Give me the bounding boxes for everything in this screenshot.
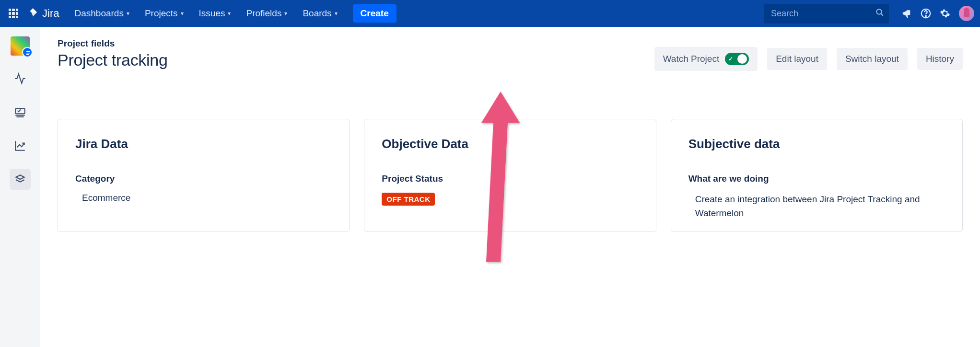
page-title: Project tracking — [58, 51, 168, 69]
field-value: Ecommerce — [75, 193, 332, 203]
svg-rect-7 — [15, 108, 25, 114]
toggle-knob — [737, 54, 747, 64]
settings-icon[interactable] — [940, 8, 950, 19]
chevron-down-icon: ▾ — [335, 10, 338, 17]
breadcrumb: Project fields — [58, 38, 168, 49]
chevron-down-icon: ▾ — [127, 10, 129, 17]
jira-logo-icon — [27, 7, 39, 20]
header-row: Project fields Project tracking Watch Pr… — [58, 38, 963, 71]
jira-logo-text: Jira — [42, 7, 59, 20]
svg-point-0 — [876, 9, 882, 14]
cards-row: Jira Data Category Ecommerce Objective D… — [58, 119, 963, 232]
jira-logo[interactable]: Jira — [27, 7, 59, 20]
left-sidebar — [0, 27, 40, 347]
nav-items: Dashboards▾ Projects▾ Issues▾ Profields▾… — [68, 4, 344, 23]
nav-profields-label: Profields — [246, 8, 281, 19]
main-content: Project fields Project tracking Watch Pr… — [40, 27, 980, 347]
check-icon: ✓ — [728, 56, 733, 62]
nav-boards-label: Boards — [303, 8, 331, 19]
svg-point-3 — [925, 16, 926, 17]
nav-issues[interactable]: Issues▾ — [192, 4, 238, 23]
history-button[interactable]: History — [917, 48, 963, 70]
edit-layout-button[interactable]: Edit layout — [767, 48, 827, 70]
svg-rect-5 — [26, 53, 30, 54]
sidebar-activity-icon[interactable] — [10, 68, 31, 89]
svg-rect-6 — [26, 54, 29, 55]
field-label: Project Status — [382, 174, 638, 184]
create-button[interactable]: Create — [353, 4, 397, 23]
header-actions: Watch Project ✓ Edit layout Switch layou… — [654, 38, 963, 71]
nav-dashboards[interactable]: Dashboards▾ — [68, 4, 136, 23]
svg-line-1 — [881, 13, 883, 16]
user-avatar[interactable] — [959, 6, 974, 21]
switch-layout-button[interactable]: Switch layout — [837, 48, 908, 70]
search-wrap — [764, 4, 889, 23]
status-badge: OFF TRACK — [382, 193, 435, 206]
nav-issues-label: Issues — [199, 8, 225, 19]
project-avatar[interactable] — [11, 36, 30, 56]
card-title: Jira Data — [75, 137, 332, 151]
sidebar-reports-icon[interactable] — [10, 135, 31, 156]
card-subjective-data: Subjective data What are we doing Create… — [671, 119, 963, 232]
field-body: Create an integration between Jira Proje… — [688, 193, 945, 220]
card-title: Subjective data — [688, 137, 945, 151]
nav-projects-label: Projects — [145, 8, 178, 19]
help-icon[interactable] — [921, 8, 931, 19]
card-title: Objective Data — [382, 137, 638, 151]
card-jira-data: Jira Data Category Ecommerce — [58, 119, 350, 232]
top-nav: Jira Dashboards▾ Projects▾ Issues▾ Profi… — [0, 0, 980, 27]
watch-project-button[interactable]: Watch Project ✓ — [654, 47, 758, 71]
top-icons — [901, 6, 974, 21]
svg-rect-4 — [26, 51, 30, 52]
search-icon[interactable] — [875, 8, 884, 19]
field-label: What are we doing — [688, 174, 945, 184]
app-switcher-icon[interactable] — [6, 6, 21, 21]
card-objective-data: Objective Data Project Status OFF TRACK — [364, 119, 656, 232]
search-input[interactable] — [764, 4, 889, 23]
feedback-icon[interactable] — [901, 8, 912, 19]
field-label: Category — [75, 174, 332, 184]
nav-dashboards-label: Dashboards — [74, 8, 123, 19]
nav-boards[interactable]: Boards▾ — [296, 4, 344, 23]
watch-project-label: Watch Project — [663, 54, 720, 64]
chevron-down-icon: ▾ — [228, 10, 231, 17]
sidebar-profields-icon[interactable] — [10, 169, 31, 190]
nav-profields[interactable]: Profields▾ — [239, 4, 294, 23]
sidebar-backlog-icon[interactable] — [10, 102, 31, 123]
watch-toggle[interactable]: ✓ — [725, 53, 749, 65]
chevron-down-icon: ▾ — [181, 10, 184, 17]
nav-projects[interactable]: Projects▾ — [138, 4, 190, 23]
chevron-down-icon: ▾ — [284, 10, 287, 17]
